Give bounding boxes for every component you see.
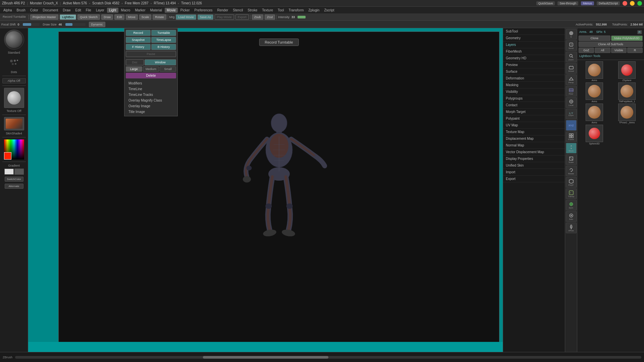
displacement-map-item[interactable]: Displacement Map — [503, 135, 565, 142]
timeline-tracks-item[interactable]: TimeLine Tracks — [126, 92, 176, 98]
window-btn[interactable]: Window — [145, 59, 176, 65]
menus-btn[interactable]: Menus — [581, 1, 594, 5]
zoom-icon-btn[interactable]: Zoom — [566, 52, 577, 62]
standard-icon-btn[interactable]: S — [566, 29, 577, 40]
actual-icon-btn[interactable]: Actual — [566, 63, 577, 74]
zsub-btn[interactable]: Zsub — [252, 14, 263, 20]
subtool-tmpolymesh[interactable]: TMPolyMesh_1 — [611, 82, 643, 103]
export-btn[interactable]: Export — [235, 14, 249, 20]
normal-map-item[interactable]: Normal Map — [503, 142, 565, 149]
menu-light[interactable]: Light — [107, 8, 118, 13]
quicksave-btn[interactable]: QuickSave — [536, 1, 555, 5]
dynamic-btn[interactable]: Dynamic — [89, 22, 105, 27]
overlay-magnify-item[interactable]: Overlay Magnify Class — [126, 98, 176, 103]
turntable-btn[interactable]: Turntable — [151, 30, 176, 36]
rotate-icon-btn[interactable]: Rotate — [566, 166, 577, 176]
menu-zplugin[interactable]: Zplugin — [307, 8, 322, 13]
edit-btn[interactable]: Edit — [114, 14, 124, 20]
layers-item[interactable]: Layers — [503, 42, 565, 48]
scale-icon-btn[interactable]: Scale — [566, 154, 577, 165]
close-btn[interactable] — [623, 1, 627, 6]
menu-stencil[interactable]: Stencil — [231, 8, 245, 13]
small-btn[interactable]: Small — [160, 66, 176, 72]
menu-movie[interactable]: Movie — [165, 8, 178, 13]
r2-btn[interactable]: R — [627, 48, 643, 53]
title-image-item[interactable]: Title Image — [126, 109, 176, 115]
polypaint-item[interactable]: Polypaint — [503, 115, 565, 122]
menu-layer[interactable]: Layer — [94, 8, 106, 13]
poly-icon-btn[interactable]: PolyF — [566, 177, 577, 188]
modifiers-item[interactable]: Modifiers — [126, 80, 176, 86]
delete-btn[interactable]: Delete — [126, 73, 176, 78]
menu-zscript[interactable]: Zscript — [322, 8, 336, 13]
display-properties-item[interactable]: Display Properties — [503, 156, 565, 162]
goz-btn[interactable]: GoZ — [579, 48, 594, 53]
f-history-btn[interactable]: F History — [126, 44, 151, 50]
seethrough-btn[interactable]: See-through — [557, 1, 578, 5]
all-btn[interactable]: All — [595, 48, 610, 53]
unified-skin-item[interactable]: Unified Skin — [503, 162, 565, 169]
rotate-btn[interactable]: Rotate — [153, 14, 166, 20]
main-scrollbar[interactable] — [15, 356, 641, 359]
load-movie-btn[interactable]: Load Movie — [176, 14, 196, 20]
main-canvas[interactable]: Record Turntable — [28, 28, 503, 352]
subtool-item[interactable]: SubTool — [503, 28, 565, 35]
menu-color[interactable]: Color — [28, 8, 40, 13]
menu-texture[interactable]: Texture — [260, 8, 275, 13]
texture-map-item[interactable]: Texture Map — [503, 129, 565, 135]
switch-color-btn[interactable]: SwitchColor — [5, 177, 23, 182]
timelapse-btn[interactable]: TimeLapse — [151, 37, 176, 43]
large-btn[interactable]: Large — [126, 66, 142, 72]
subtool-arms1[interactable]: Arms — [579, 61, 610, 81]
menu-file[interactable]: File — [84, 8, 93, 13]
contact-item[interactable]: Contact — [503, 102, 565, 109]
fibermesh-item[interactable]: FiberMesh — [503, 48, 565, 55]
overlay-image-item[interactable]: Overlay Image — [126, 103, 176, 109]
tab-monster[interactable]: Monster Crouch_X — [30, 1, 58, 5]
frame-icon-btn[interactable]: Frame — [566, 131, 577, 142]
morph-target-item[interactable]: Morph Target — [503, 109, 565, 115]
scale-btn[interactable]: Scale — [139, 14, 152, 20]
masking-item[interactable]: Masking — [503, 82, 565, 88]
deformation-item[interactable]: Deformation — [503, 75, 565, 82]
alternate-btn[interactable]: Alternate — [5, 184, 23, 189]
subtool-arms3[interactable]: Arms — [579, 104, 610, 124]
menu-alpha[interactable]: Alpha — [1, 8, 14, 13]
menu-marker[interactable]: Marker — [133, 8, 147, 13]
lightbox-btn[interactable]: LightBox — [60, 14, 76, 20]
move-btn[interactable]: Move — [126, 14, 138, 20]
record-turntable-btn[interactable]: Record Turntable — [259, 39, 299, 46]
uv-map-item[interactable]: UV Map — [503, 122, 565, 129]
brush-preview[interactable] — [4, 29, 24, 50]
preview-item[interactable]: Preview — [503, 62, 565, 68]
import-item[interactable]: Import — [503, 169, 565, 176]
geometry-hd-item[interactable]: Geometry HD — [503, 55, 565, 62]
subtool-sphere3d[interactable]: Sphere3D — [579, 125, 610, 145]
medium-btn[interactable]: Medium — [143, 66, 159, 72]
clone-btn[interactable]: Clone — [579, 36, 610, 41]
menu-draw[interactable]: Draw — [61, 8, 72, 13]
grad-swatch-white[interactable] — [4, 169, 14, 175]
subtool-zsphere[interactable]: ZSphere — [611, 61, 643, 81]
menu-brush[interactable]: Brush — [15, 8, 28, 13]
make-polymesh-btn[interactable]: Make PolyMesh3D — [611, 36, 643, 41]
save-as-btn[interactable]: Save As — [198, 14, 213, 20]
dym-icon-btn[interactable]: Dym — [566, 200, 577, 210]
menu-macro[interactable]: Macro — [119, 8, 132, 13]
menu-picker[interactable]: Picker — [178, 8, 192, 13]
play-movie-btn[interactable]: Play Movie — [215, 14, 234, 20]
local-icon-btn[interactable]: Local — [566, 97, 577, 108]
export-item[interactable]: Export — [503, 176, 565, 182]
menu-document[interactable]: Document — [41, 8, 60, 13]
menu-tool[interactable]: Tool — [276, 8, 286, 13]
move-icon-btn[interactable]: Move — [566, 143, 577, 154]
menu-edit[interactable]: Edit — [73, 8, 83, 13]
timeline-item[interactable]: TimeLine — [126, 86, 176, 92]
menu-transform[interactable]: Transform — [286, 8, 306, 13]
transp-icon-btn[interactable]: T Transp — [566, 188, 577, 199]
maximize-btn[interactable] — [637, 1, 642, 6]
r-btn[interactable]: R — [637, 30, 642, 34]
persp-icon-btn[interactable]: Persp — [566, 74, 577, 85]
projection-master-btn[interactable]: Projection Master — [30, 14, 58, 20]
texture-preview[interactable] — [4, 88, 24, 108]
